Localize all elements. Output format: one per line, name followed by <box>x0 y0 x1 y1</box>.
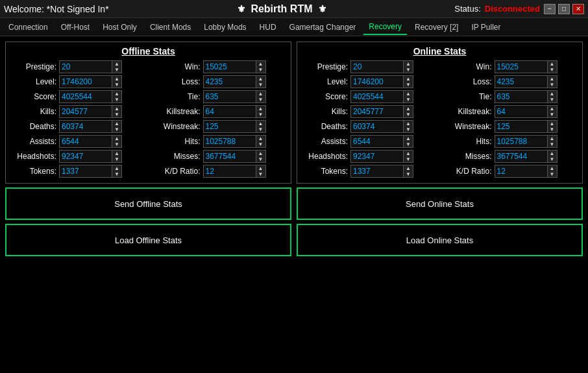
offline-level-down[interactable]: ▼ <box>112 82 121 88</box>
online-loss-up[interactable]: ▲ <box>548 76 557 82</box>
offline-hits-input[interactable] <box>204 136 256 147</box>
online-kills-input[interactable] <box>351 106 403 117</box>
offline-loss-up[interactable]: ▲ <box>256 76 265 82</box>
offline-misses-up[interactable]: ▲ <box>256 150 265 156</box>
offline-kills-input[interactable] <box>60 106 112 117</box>
online-misses-up[interactable]: ▲ <box>548 150 557 156</box>
maximize-button[interactable]: □ <box>558 4 570 14</box>
nav-recovery2[interactable]: Recovery [2] <box>409 19 464 35</box>
offline-tokens-up[interactable]: ▲ <box>112 165 121 171</box>
online-level-down[interactable]: ▼ <box>404 82 413 88</box>
offline-win-up[interactable]: ▲ <box>256 61 265 67</box>
online-assists-up[interactable]: ▲ <box>404 136 413 141</box>
offline-headshots-input[interactable] <box>60 151 112 162</box>
online-tie-down[interactable]: ▼ <box>548 97 557 102</box>
online-deaths-up[interactable]: ▲ <box>404 121 413 126</box>
offline-win-input[interactable] <box>204 62 256 72</box>
offline-kd-input[interactable] <box>204 166 256 176</box>
offline-winstreak-down[interactable]: ▼ <box>256 126 265 132</box>
online-prestige-down[interactable]: ▼ <box>404 67 413 73</box>
online-kills-up[interactable]: ▲ <box>404 106 413 112</box>
online-score-down[interactable]: ▼ <box>404 97 413 102</box>
online-level-input[interactable] <box>351 77 403 87</box>
offline-killstreak-input[interactable] <box>204 106 256 117</box>
offline-prestige-up[interactable]: ▲ <box>112 61 121 67</box>
offline-level-up[interactable]: ▲ <box>112 76 121 82</box>
offline-tie-input[interactable] <box>204 91 256 102</box>
offline-prestige-input[interactable] <box>60 62 112 72</box>
online-assists-input[interactable] <box>351 136 403 147</box>
online-kd-input[interactable] <box>495 166 547 176</box>
offline-kills-up[interactable]: ▲ <box>112 106 121 112</box>
offline-kd-down[interactable]: ▼ <box>256 171 265 177</box>
offline-winstreak-up[interactable]: ▲ <box>256 121 265 126</box>
online-misses-down[interactable]: ▼ <box>548 156 557 162</box>
offline-hits-down[interactable]: ▼ <box>256 141 265 147</box>
online-kd-down[interactable]: ▼ <box>548 171 557 177</box>
online-winstreak-down[interactable]: ▼ <box>548 126 557 132</box>
online-headshots-input[interactable] <box>351 151 403 162</box>
online-kd-up[interactable]: ▲ <box>548 165 557 171</box>
offline-headshots-up[interactable]: ▲ <box>112 150 121 156</box>
offline-deaths-up[interactable]: ▲ <box>112 121 121 126</box>
offline-assists-down[interactable]: ▼ <box>112 141 121 147</box>
offline-killstreak-down[interactable]: ▼ <box>256 112 265 117</box>
offline-tie-up[interactable]: ▲ <box>256 91 265 97</box>
offline-tokens-down[interactable]: ▼ <box>112 171 121 177</box>
nav-offhost[interactable]: Off-Host <box>55 19 95 35</box>
nav-lobbymods[interactable]: Lobby Mods <box>198 19 252 35</box>
offline-tie-down[interactable]: ▼ <box>256 97 265 102</box>
nav-recovery[interactable]: Recovery <box>363 19 408 35</box>
online-hits-up[interactable]: ▲ <box>548 136 557 141</box>
offline-misses-down[interactable]: ▼ <box>256 156 265 162</box>
minimize-button[interactable]: − <box>544 4 556 14</box>
offline-kd-up[interactable]: ▲ <box>256 165 265 171</box>
offline-win-down[interactable]: ▼ <box>256 67 265 73</box>
load-online-stats-button[interactable]: Load Online Stats <box>297 224 583 256</box>
send-online-stats-button[interactable]: Send Online Stats <box>297 187 583 220</box>
online-kills-down[interactable]: ▼ <box>404 112 413 117</box>
online-headshots-up[interactable]: ▲ <box>404 150 413 156</box>
online-loss-down[interactable]: ▼ <box>548 82 557 88</box>
send-offline-stats-button[interactable]: Send Offline Stats <box>5 187 291 220</box>
online-winstreak-up[interactable]: ▲ <box>548 121 557 126</box>
online-score-input[interactable] <box>351 91 403 102</box>
offline-loss-input[interactable] <box>204 77 256 87</box>
offline-loss-down[interactable]: ▼ <box>256 82 265 88</box>
online-deaths-down[interactable]: ▼ <box>404 126 413 132</box>
offline-prestige-down[interactable]: ▼ <box>112 67 121 73</box>
online-killstreak-input[interactable] <box>495 106 547 117</box>
nav-connection[interactable]: Connection <box>3 19 54 35</box>
offline-winstreak-input[interactable] <box>204 121 256 132</box>
offline-tokens-input[interactable] <box>60 166 112 176</box>
offline-assists-up[interactable]: ▲ <box>112 136 121 141</box>
online-hits-down[interactable]: ▼ <box>548 141 557 147</box>
offline-score-input[interactable] <box>60 91 112 102</box>
offline-score-down[interactable]: ▼ <box>112 97 121 102</box>
online-prestige-input[interactable] <box>351 62 403 72</box>
online-prestige-up[interactable]: ▲ <box>404 61 413 67</box>
offline-killstreak-up[interactable]: ▲ <box>256 106 265 112</box>
online-tie-input[interactable] <box>495 91 547 102</box>
online-score-up[interactable]: ▲ <box>404 91 413 97</box>
online-tokens-down[interactable]: ▼ <box>404 171 413 177</box>
close-button[interactable]: ✕ <box>572 4 584 14</box>
online-win-up[interactable]: ▲ <box>548 61 557 67</box>
online-loss-input[interactable] <box>495 77 547 87</box>
online-tokens-up[interactable]: ▲ <box>404 165 413 171</box>
online-killstreak-down[interactable]: ▼ <box>548 112 557 117</box>
nav-ippuller[interactable]: IP Puller <box>465 19 506 35</box>
nav-hud[interactable]: HUD <box>254 19 282 35</box>
online-win-input[interactable] <box>495 62 547 72</box>
nav-clientmods[interactable]: Client Mods <box>144 19 197 35</box>
nav-hostonly[interactable]: Host Only <box>97 19 143 35</box>
nav-gamertag[interactable]: Gamertag Changer <box>284 19 362 35</box>
offline-assists-input[interactable] <box>60 136 112 147</box>
offline-kills-down[interactable]: ▼ <box>112 112 121 117</box>
load-offline-stats-button[interactable]: Load Offline Stats <box>5 224 291 256</box>
online-assists-down[interactable]: ▼ <box>404 141 413 147</box>
online-hits-input[interactable] <box>495 136 547 147</box>
online-tie-up[interactable]: ▲ <box>548 91 557 97</box>
online-killstreak-up[interactable]: ▲ <box>548 106 557 112</box>
online-winstreak-input[interactable] <box>495 121 547 132</box>
